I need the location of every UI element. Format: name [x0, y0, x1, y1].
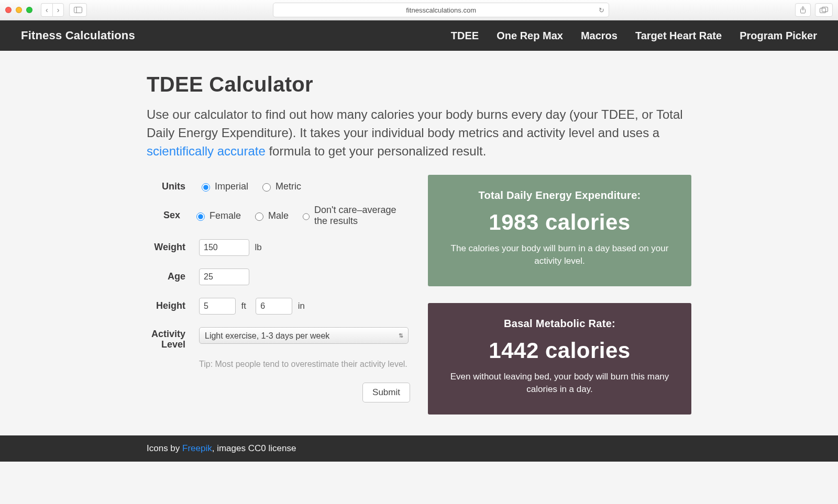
submit-button[interactable]: Submit — [362, 383, 410, 402]
nav-link-program[interactable]: Program Picker — [740, 30, 817, 42]
row-weight: Weight lb — [147, 233, 410, 262]
tabs-button[interactable] — [815, 3, 833, 17]
reload-icon[interactable]: ↻ — [599, 6, 604, 14]
select-activity-level[interactable]: Light exercise, 1-3 days per week — [199, 327, 409, 344]
nav-link-one-rep-max[interactable]: One Rep Max — [497, 30, 563, 42]
input-weight[interactable] — [199, 239, 249, 256]
calculator-form: Units Imperial Metric Sex — [147, 175, 410, 402]
radio-input-imperial[interactable] — [202, 183, 210, 192]
radio-input-male[interactable] — [255, 212, 263, 221]
bmr-heading: Basal Metabolic Rate: — [446, 318, 674, 330]
window-controls — [5, 7, 32, 13]
results-column: Total Daily Energy Expenditure: 1983 cal… — [428, 175, 691, 414]
radio-sex-male[interactable]: Male — [252, 210, 289, 221]
minimize-window-icon[interactable] — [16, 7, 22, 13]
input-age[interactable] — [199, 268, 249, 285]
browser-toolbar: ‹ › fitnesscalculations.com ↻ + — [0, 0, 838, 20]
back-button[interactable]: ‹ — [41, 3, 52, 17]
radio-sex-average[interactable]: Don't care–average the results — [300, 205, 410, 227]
radio-input-female[interactable] — [196, 212, 205, 221]
site-nav: Fitness Calculations TDEE One Rep Max Ma… — [0, 20, 838, 51]
page-content: TDEE Calculator Use our calculator to fi… — [147, 51, 691, 435]
label-weight: Weight — [147, 242, 185, 253]
nav-link-heart-rate[interactable]: Target Heart Rate — [635, 30, 722, 42]
row-age: Age — [147, 262, 410, 292]
page-title: TDEE Calculator — [147, 73, 691, 96]
radio-input-average[interactable] — [303, 212, 310, 221]
forward-button[interactable]: › — [52, 3, 64, 17]
nav-link-macros[interactable]: Macros — [581, 30, 618, 42]
brand[interactable]: Fitness Calculations — [21, 29, 135, 42]
share-button[interactable] — [795, 3, 811, 17]
radio-units-metric[interactable]: Metric — [260, 181, 301, 192]
activity-tip: Tip: Most people tend to overestimate th… — [147, 356, 410, 369]
radio-sex-female[interactable]: Female — [194, 210, 241, 221]
zoom-window-icon[interactable] — [26, 7, 32, 13]
lead-text-pre: Use our calculator to find out how many … — [147, 107, 683, 140]
svg-rect-5 — [822, 7, 828, 12]
navigation-buttons: ‹ › — [41, 3, 64, 17]
label-units: Units — [147, 182, 185, 192]
label-sex: Sex — [147, 210, 180, 221]
input-height-inches[interactable] — [256, 298, 292, 315]
svg-rect-0 — [74, 7, 82, 13]
row-units: Units Imperial Metric — [147, 175, 410, 198]
url-text: fitnesscalculations.com — [406, 6, 476, 14]
close-window-icon[interactable] — [5, 7, 12, 13]
input-height-feet[interactable] — [199, 298, 236, 315]
site-footer: Icons by Freepik, images CC0 license — [0, 435, 838, 462]
tile-bmr: Basal Metabolic Rate: 1442 calories Even… — [428, 303, 691, 415]
row-activity: Activity Level Light exercise, 1-3 days … — [147, 321, 410, 356]
bmr-value: 1442 calories — [446, 338, 674, 363]
tdee-desc: The calories your body will burn in a da… — [446, 242, 674, 267]
address-bar[interactable]: fitnesscalculations.com ↻ — [273, 3, 609, 17]
tdee-value: 1983 calories — [446, 210, 674, 235]
tdee-heading: Total Daily Energy Expenditure: — [446, 189, 674, 201]
radio-units-imperial[interactable]: Imperial — [199, 181, 248, 192]
label-age: Age — [147, 272, 185, 282]
row-height: Height ft in — [147, 292, 410, 321]
nav-links: TDEE One Rep Max Macros Target Heart Rat… — [451, 30, 817, 42]
footer-link[interactable]: Freepik — [182, 443, 212, 453]
unit-weight: lb — [255, 242, 261, 252]
footer-text-pre: Icons by — [147, 443, 182, 453]
radio-input-metric[interactable] — [262, 183, 271, 192]
label-activity: Activity Level — [147, 327, 185, 350]
label-height: Height — [147, 301, 185, 311]
unit-inches: in — [298, 301, 305, 311]
lead-link[interactable]: scientifically accurate — [147, 144, 266, 158]
row-sex: Sex Female Male Don't care–average the r… — [147, 198, 410, 233]
lead-text-post: formula to get your personalized result. — [266, 144, 487, 158]
show-sidebar-button[interactable] — [69, 3, 87, 17]
bmr-desc: Even without leaving bed, your body will… — [446, 371, 674, 396]
footer-text-post: , images CC0 license — [212, 443, 296, 453]
lead-paragraph: Use our calculator to find out how many … — [147, 106, 691, 160]
svg-rect-4 — [820, 8, 826, 13]
unit-feet: ft — [241, 301, 246, 311]
nav-link-tdee[interactable]: TDEE — [451, 30, 479, 42]
tile-tdee: Total Daily Energy Expenditure: 1983 cal… — [428, 175, 691, 286]
